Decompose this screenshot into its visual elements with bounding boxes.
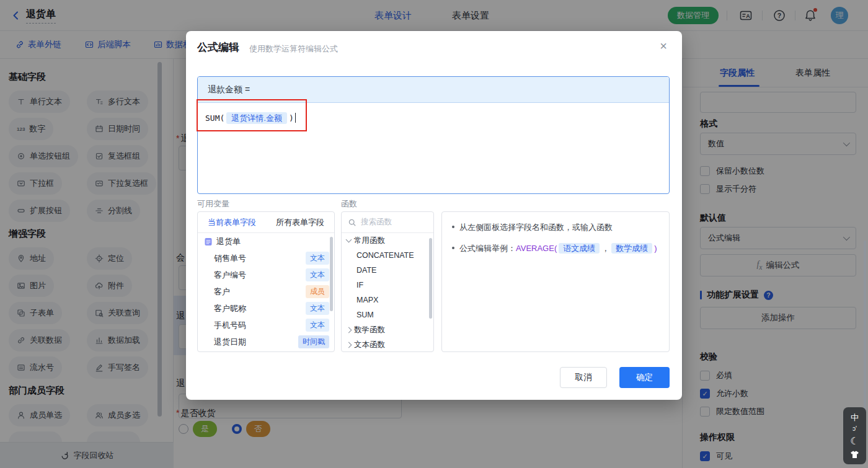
example-token: 数学成绩 <box>611 243 652 254</box>
variables-scrollbar[interactable] <box>330 237 333 311</box>
field-token[interactable]: 退货详情.金额 <box>226 112 287 124</box>
field-type-badge: 文本 <box>306 268 329 281</box>
function-item[interactable]: CONCATENATE <box>342 248 433 263</box>
function-group[interactable]: 数学函数 <box>342 322 433 337</box>
field-type-badge: 文本 <box>306 252 329 265</box>
variable-row[interactable]: 客户昵称文本 <box>198 300 334 317</box>
variable-row[interactable]: 手机号码文本 <box>198 317 334 333</box>
formula-input-area[interactable]: SUM(退货详情.金额) <box>198 103 669 193</box>
modal-subtitle: 使用数学运算符编辑公式 <box>249 43 338 55</box>
functions-panel: 搜索函数 常用函数CONCATENATEDATEIFMAPXSUM数学函数文本函… <box>341 211 434 352</box>
moon-icon[interactable]: ☾ <box>850 436 859 446</box>
functions-label: 函数 <box>341 198 357 210</box>
help-example: 公式编辑举例：AVERAGE(语文成绩，数学成绩) <box>459 242 657 255</box>
confirm-button[interactable]: 确定 <box>619 367 670 388</box>
function-group[interactable]: 常用函数 <box>342 233 433 248</box>
variable-row[interactable]: 客户成员 <box>198 283 334 300</box>
close-icon[interactable]: × <box>655 37 672 55</box>
field-type-badge: 文本 <box>306 302 329 315</box>
example-token: 语文成绩 <box>559 243 600 254</box>
tab-all-form-fields[interactable]: 所有表单字段 <box>266 212 334 232</box>
variable-tree-root[interactable]: 退货单 <box>198 233 334 250</box>
function-search-input[interactable]: 搜索函数 <box>342 212 433 233</box>
field-type-badge: 文本 <box>306 319 329 332</box>
chevron-down-icon <box>346 237 352 243</box>
function-item[interactable]: SUM <box>342 307 433 322</box>
formula-editor: 退款金额 = SUM(退货详情.金额) <box>197 76 670 194</box>
app-window: 退货单 表单设计 表单设置 数据管理 A ? 理 表单外链后端脚本数据权限 预览… <box>0 0 868 468</box>
formula-target: 退款金额 = <box>198 77 669 103</box>
formula-edit-modal: 公式编辑 使用数学运算符编辑公式 × 退款金额 = SUM(退货详情.金额) 可… <box>186 31 682 400</box>
ime-toolbar: 中 ɔ' ☾ <box>843 407 866 464</box>
variables-panel: 当前表单字段 所有表单字段 退货单 销售单号文本客户编号文本客户成员客户昵称文本… <box>197 211 335 352</box>
variables-label: 可用变量 <box>197 198 229 210</box>
variable-row[interactable]: 客户编号文本 <box>198 267 334 283</box>
function-item[interactable]: DATE <box>342 263 433 278</box>
function-item[interactable]: MAPX <box>342 293 433 307</box>
form-doc-icon <box>204 237 213 246</box>
functions-scrollbar[interactable] <box>429 238 432 319</box>
cancel-button[interactable]: 取消 <box>560 367 607 388</box>
function-item[interactable]: IF <box>342 278 433 293</box>
shirt-icon[interactable] <box>850 451 859 459</box>
help-text: 从左侧面板选择字段名和函数，或输入函数 <box>459 221 613 234</box>
variable-row[interactable]: 销售单号文本 <box>198 250 334 267</box>
chevron-right-icon <box>346 342 352 348</box>
field-type-badge: 时间戳 <box>298 335 329 348</box>
function-group[interactable]: 文本函数 <box>342 337 433 352</box>
tab-current-form-fields[interactable]: 当前表单字段 <box>198 212 266 232</box>
variable-row[interactable]: 退货日期时间戳 <box>198 333 334 350</box>
formula-help-panel: 从左侧面板选择字段名和函数，或输入函数 公式编辑举例：AVERAGE(语文成绩，… <box>441 211 670 352</box>
chevron-right-icon <box>346 327 352 333</box>
field-type-badge: 成员 <box>306 285 329 298</box>
ime-punctuation-icon[interactable]: ɔ' <box>852 426 857 432</box>
formula-function: SUM <box>205 113 219 123</box>
search-icon <box>348 218 356 227</box>
ime-language-toggle[interactable]: 中 <box>851 413 859 422</box>
modal-title: 公式编辑 <box>197 40 239 55</box>
text-cursor <box>295 113 296 123</box>
